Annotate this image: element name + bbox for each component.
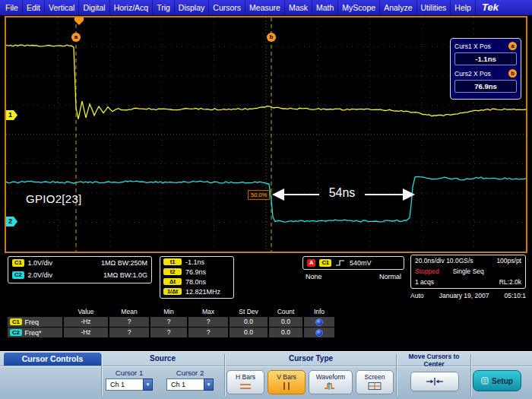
- menu-item-mask[interactable]: Mask: [285, 0, 312, 15]
- curs1-pos-label: Curs1 X Pos: [454, 43, 491, 50]
- row2-min: ?: [150, 328, 187, 337]
- t1-value: -1.1ns: [185, 258, 204, 266]
- menu-item-cursors[interactable]: Cursors: [209, 0, 245, 15]
- tekscope-window: File Edit Vertical Digital Horiz/Acq Tri…: [0, 0, 532, 399]
- cursor-a-handle[interactable]: a: [71, 33, 81, 42]
- cursor-type-v-bars-button[interactable]: V Bars: [268, 370, 306, 394]
- menu-item-utilities[interactable]: Utilities: [417, 0, 451, 15]
- cursor1-source-value: Ch 1: [106, 378, 143, 391]
- cursor-type-h-bars-button[interactable]: H Bars: [226, 370, 264, 394]
- waveform-icon: [323, 382, 338, 391]
- section-divider: [224, 354, 225, 396]
- v-bars-label: V Bars: [277, 373, 296, 381]
- menu-bar: File Edit Vertical Digital Horiz/Acq Tri…: [0, 0, 532, 15]
- menu-item-horiz-acq[interactable]: Horiz/Acq: [110, 0, 154, 15]
- section-divider: [396, 354, 397, 396]
- delta-t-badge: Δt: [163, 278, 182, 286]
- waveform-display: a b 1 2 GPIO2[23] 54ns 50.0% Curs1 X Pos…: [5, 16, 527, 253]
- signal-label: GPIO2[23]: [26, 192, 82, 205]
- ch2-coupling: 1MΩ BW:1.0G: [103, 271, 147, 279]
- row2-name: Freq*: [25, 329, 42, 337]
- curs2-pos-value: 76.9ns: [454, 80, 517, 93]
- col-stdev: St Dev: [230, 307, 268, 316]
- col-min: Min: [150, 307, 187, 316]
- measurement-table: Value Mean Min Max St Dev Count Info C1F…: [8, 307, 337, 338]
- auto-label: Auto: [410, 292, 424, 299]
- graticule-grid: [6, 17, 526, 252]
- row2-max: ?: [188, 328, 228, 337]
- measurement-header-row: Value Mean Min Max St Dev Count Info: [8, 307, 337, 316]
- trigger-level: 540mV: [350, 259, 372, 267]
- h-bars-label: H Bars: [236, 373, 255, 381]
- chevron-down-icon[interactable]: ▼: [204, 378, 214, 391]
- cursor2-source-value: Ch 1: [166, 378, 204, 391]
- acquisition-mode: Single Seq: [453, 268, 484, 275]
- horizontal-scale: 20.0ns/div: [415, 257, 445, 264]
- info-globe-icon[interactable]: [315, 329, 323, 337]
- screen-icon: [367, 382, 382, 391]
- ch2-badge[interactable]: C2: [12, 271, 24, 279]
- cursor1-source-select[interactable]: Ch 1 ▼: [106, 378, 153, 391]
- waveform-label: Waveform: [316, 373, 345, 381]
- sample-resolution: 100ps/pt: [496, 257, 521, 264]
- source-section-label: Source: [103, 354, 222, 363]
- col-mean: Mean: [109, 307, 149, 316]
- graticule-canvas: [6, 17, 526, 252]
- menu-item-display[interactable]: Display: [175, 0, 209, 15]
- row2-stdev: 0.0: [230, 328, 268, 337]
- setup-label: Setup: [492, 377, 513, 385]
- trigger-source-badge: A: [307, 259, 315, 267]
- inv-delta-t-badge: 1/Δt: [163, 288, 182, 296]
- record-length: RL:2.0k: [499, 278, 521, 286]
- move-cursors-label: Move Cursors to Center: [398, 353, 470, 368]
- ch1-badge[interactable]: C1: [12, 259, 24, 267]
- row2-value: -Hz: [64, 328, 108, 337]
- delta-annotation: 54ns: [316, 186, 368, 200]
- cursor1-source-label: Cursor 1: [105, 369, 154, 377]
- menu-item-help[interactable]: Help: [451, 0, 476, 15]
- ch2-scale: 2.0V/div: [28, 271, 53, 279]
- col-value: Value: [64, 307, 108, 316]
- v-bars-icon: [279, 382, 294, 391]
- move-cursors-button[interactable]: [410, 372, 459, 391]
- menu-item-vertical[interactable]: Vertical: [45, 0, 79, 15]
- col-info: Info: [304, 307, 334, 316]
- menu-item-math[interactable]: Math: [312, 0, 338, 15]
- curs2-badge: b: [508, 69, 517, 78]
- info-globe-icon[interactable]: [315, 318, 323, 326]
- menu-item-edit[interactable]: Edit: [23, 0, 45, 15]
- right-arrow-icon: [403, 188, 415, 201]
- cursor2-source-select[interactable]: Ch 1 ▼: [166, 378, 214, 391]
- cursor-timing-box: t1-1.1ns t276.9ns Δt78.0ns 1/Δt12.821MHz: [160, 256, 234, 299]
- cursor-type-waveform-button[interactable]: Waveform: [309, 370, 353, 394]
- cursor-type-screen-button[interactable]: Screen: [356, 370, 394, 394]
- menu-item-trig[interactable]: Trig: [153, 0, 175, 15]
- row2-count: 0.0: [269, 328, 302, 337]
- curs1-pos-value: -1.1ns: [454, 52, 517, 65]
- menu-item-measure[interactable]: Measure: [245, 0, 285, 15]
- setup-button[interactable]: Setup: [473, 370, 521, 391]
- inv-delta-t-value: 12.821MHz: [185, 288, 220, 296]
- menu-item-file[interactable]: File: [2, 0, 23, 15]
- cursor-readout-box: Curs1 X Pos a -1.1ns Curs2 X Pos b 76.9n…: [450, 38, 521, 100]
- menu-item-analyze[interactable]: Analyze: [380, 0, 416, 15]
- row1-stdev: 0.0: [230, 317, 268, 327]
- trigger-position-marker[interactable]: [74, 17, 84, 25]
- chevron-down-icon[interactable]: ▼: [143, 378, 153, 391]
- trigger-slope-icon: [335, 259, 346, 267]
- datetime-row: Auto January 19, 2007 05:10:1: [410, 292, 526, 299]
- row1-channel-badge: C1: [10, 318, 22, 326]
- h-bars-icon: [238, 382, 253, 391]
- ch1-coupling: 1MΩ BW:250M: [101, 259, 147, 267]
- menu-item-digital[interactable]: Digital: [79, 0, 109, 15]
- sample-rate: 10.0GS/s: [446, 257, 473, 264]
- cursor-b-handle[interactable]: b: [267, 33, 276, 42]
- ch1-scale: 1.0V/div: [28, 259, 53, 267]
- trigger-readout-box: A C1 540mV: [302, 256, 404, 270]
- curs1-badge: a: [508, 42, 517, 50]
- row1-count: 0.0: [269, 317, 302, 327]
- panel-title-tab[interactable]: Cursor Controls: [4, 353, 101, 366]
- menu-item-myscope[interactable]: MyScope: [338, 0, 380, 15]
- section-divider: [470, 354, 471, 396]
- row1-value: -Hz: [64, 317, 108, 327]
